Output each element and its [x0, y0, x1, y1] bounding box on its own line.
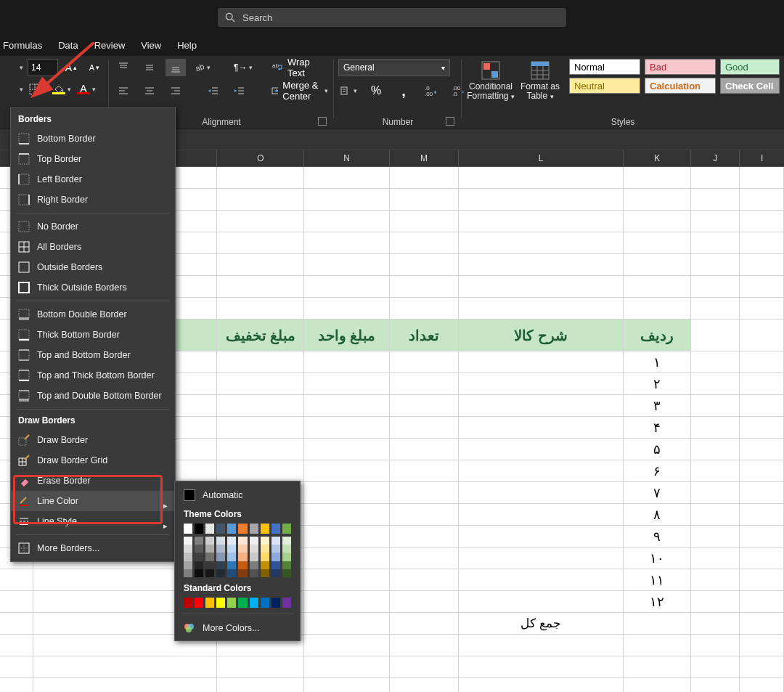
cell[interactable] [691, 569, 740, 591]
cell[interactable] [304, 351, 390, 373]
cell[interactable]: ۱۲ [624, 591, 691, 613]
cell[interactable] [459, 439, 624, 460]
cell[interactable]: ۱۰ [624, 548, 691, 569]
cell[interactable] [740, 211, 784, 232]
cell[interactable] [217, 678, 304, 692]
cell[interactable] [217, 460, 304, 482]
color-swatch[interactable] [216, 553, 225, 561]
cell[interactable] [304, 569, 390, 591]
menu-top-thick-bottom[interactable]: Top and Thick Bottom Border [11, 365, 175, 386]
align-top-button[interactable] [113, 59, 134, 76]
cell[interactable] [459, 232, 624, 254]
wrap-text-button[interactable]: ab Wrap Text [270, 59, 330, 76]
color-swatch[interactable] [250, 569, 258, 577]
tab-data[interactable]: Data [58, 40, 78, 51]
cell[interactable] [217, 439, 304, 460]
cell[interactable] [304, 656, 390, 678]
color-swatch[interactable] [205, 553, 214, 561]
cell[interactable] [691, 526, 740, 548]
cell[interactable]: ۴ [624, 417, 691, 439]
cell[interactable] [459, 656, 624, 678]
font-family-dropdown[interactable] [4, 59, 25, 76]
cell[interactable] [691, 460, 740, 482]
col-n[interactable]: N [304, 150, 390, 166]
cell[interactable] [304, 298, 390, 319]
cell[interactable] [390, 591, 459, 613]
cell[interactable] [691, 482, 740, 504]
color-swatch[interactable] [195, 598, 203, 608]
color-swatch[interactable] [261, 537, 269, 545]
menu-left-border[interactable]: Left Border [11, 169, 175, 190]
something-dropdown[interactable] [4, 81, 25, 98]
cell[interactable] [33, 678, 218, 692]
cell[interactable] [624, 211, 691, 232]
cell[interactable] [0, 591, 33, 613]
conditional-formatting-button[interactable]: ConditionalFormatting ▾ [466, 59, 515, 111]
cell[interactable] [459, 254, 624, 276]
cell[interactable] [390, 439, 459, 460]
cell[interactable] [304, 678, 390, 692]
cell[interactable] [691, 417, 740, 439]
cell[interactable] [624, 298, 691, 319]
color-swatch[interactable] [282, 553, 291, 561]
col-k[interactable]: K [624, 150, 691, 166]
cell[interactable] [390, 395, 459, 417]
menu-thick-bottom[interactable]: Thick Bottom Border [11, 325, 175, 345]
menu-bottom-border[interactable]: Bottom Border [11, 129, 175, 149]
cell[interactable] [740, 189, 784, 211]
color-swatch[interactable] [184, 598, 192, 608]
color-swatch[interactable] [184, 545, 192, 553]
cell[interactable] [459, 591, 624, 613]
cell[interactable] [390, 167, 459, 189]
cell[interactable] [740, 167, 784, 189]
color-swatch[interactable] [227, 598, 236, 608]
col-o[interactable]: O [217, 150, 304, 166]
style-check-cell[interactable]: Check Cell [720, 78, 780, 94]
color-swatch[interactable] [238, 537, 247, 545]
color-swatch[interactable] [216, 545, 225, 553]
col-m[interactable]: M [390, 150, 459, 166]
fill-color-button[interactable] [51, 81, 73, 98]
cell[interactable] [217, 656, 304, 678]
cell[interactable] [304, 504, 390, 526]
color-swatch[interactable] [216, 561, 225, 569]
color-swatch[interactable] [238, 569, 247, 577]
cell[interactable] [390, 417, 459, 439]
cell[interactable] [691, 395, 740, 417]
cell[interactable] [624, 613, 691, 635]
cell[interactable] [691, 613, 740, 635]
cell[interactable] [0, 678, 33, 692]
cell[interactable] [390, 482, 459, 504]
tab-formulas[interactable]: Formulas [3, 40, 42, 51]
cell[interactable] [390, 460, 459, 482]
style-normal[interactable]: Normal [569, 59, 640, 75]
color-swatch[interactable] [216, 598, 225, 608]
cell[interactable] [740, 298, 784, 319]
cell[interactable] [740, 526, 784, 548]
cell[interactable] [459, 678, 624, 692]
cell[interactable] [691, 656, 740, 678]
cell[interactable] [624, 254, 691, 276]
cell[interactable] [217, 189, 304, 211]
color-swatch[interactable] [238, 524, 247, 534]
cell[interactable] [390, 548, 459, 569]
color-swatch[interactable] [261, 598, 269, 608]
cell[interactable] [390, 189, 459, 211]
color-swatch[interactable] [250, 545, 258, 553]
color-swatch[interactable] [184, 569, 192, 577]
menu-top-bottom[interactable]: Top and Bottom Border [11, 345, 175, 365]
cell[interactable] [691, 167, 740, 189]
cell[interactable] [691, 276, 740, 298]
color-swatch[interactable] [205, 569, 214, 577]
cell[interactable] [740, 276, 784, 298]
table-header-cell[interactable] [740, 319, 784, 351]
cell[interactable] [624, 678, 691, 692]
cell[interactable] [0, 635, 33, 656]
cell[interactable] [459, 276, 624, 298]
color-swatch[interactable] [271, 553, 280, 561]
cell[interactable] [390, 635, 459, 656]
number-format-select[interactable]: General▾ [338, 59, 450, 76]
col-j[interactable]: J [691, 150, 740, 166]
increase-indent-button[interactable] [229, 82, 250, 99]
cell[interactable] [740, 591, 784, 613]
